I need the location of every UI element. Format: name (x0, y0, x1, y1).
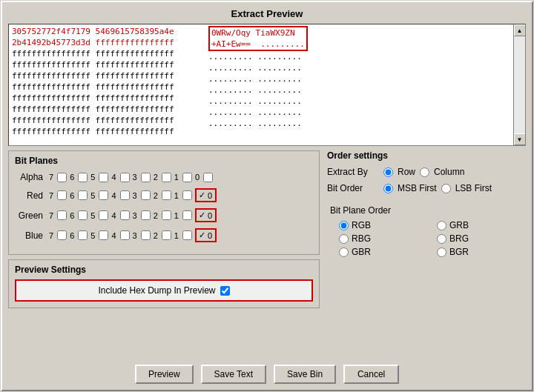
blue-5-label: 5 (90, 231, 95, 240)
red-row: Red 7 6 5 4 3 2 1 ✓ (15, 188, 313, 202)
red-4-label: 4 (111, 191, 116, 200)
text-line-6: ......... ......... (208, 96, 522, 107)
green-5-checkbox[interactable] (99, 210, 108, 220)
dialog-title: Extract Preview (8, 8, 526, 19)
rgb-label: RGB (352, 220, 371, 230)
alpha-row: Alpha 7 6 5 4 3 2 1 0 (15, 172, 313, 182)
red-label: Red (15, 190, 43, 201)
blue-4-checkbox[interactable] (120, 230, 130, 240)
include-hex-checkbox[interactable] (220, 286, 230, 296)
blue-6-checkbox[interactable] (78, 230, 88, 240)
bit-planes-title: Bit Planes (15, 156, 313, 166)
red-1-label: 1 (174, 191, 179, 200)
preview-text-panel: 0WRw/Oqy TiaWX9ZN +AI+Ew== ......... ...… (205, 24, 525, 145)
extract-by-column-label: Column (434, 167, 464, 177)
brg-option: BRG (437, 233, 526, 244)
green-7-label: 7 (49, 211, 53, 220)
red-2-checkbox[interactable] (162, 190, 171, 200)
red-3-checkbox[interactable] (141, 190, 151, 200)
msb-first-radio[interactable] (383, 184, 393, 193)
alpha-6-checkbox[interactable] (78, 173, 88, 182)
extract-by-column-radio[interactable] (420, 167, 429, 177)
green-0-num: 0 (208, 211, 212, 220)
hex-line-3: ffffffffffffffff ffffffffffffffff (12, 59, 202, 70)
green-label: Green (15, 210, 43, 221)
main-content: Bit Planes Alpha 7 6 5 4 3 2 (8, 150, 526, 354)
save-bin-button[interactable]: Save Bin (274, 365, 336, 384)
green-6-checkbox[interactable] (78, 210, 88, 220)
blue-1-label: 1 (174, 231, 179, 240)
green-4-checkbox[interactable] (120, 210, 130, 220)
bit-planes-group: Bit Planes Alpha 7 6 5 4 3 2 (8, 150, 320, 255)
blue-1-checkbox[interactable] (182, 230, 192, 240)
alpha-1-label: 1 (174, 173, 179, 182)
preview-hex-panel: 305752772f4f7179 5469615758395a4e 2b4149… (9, 24, 205, 145)
blue-label: Blue (15, 230, 43, 241)
green-7-checkbox[interactable] (57, 210, 67, 220)
alpha-7-checkbox[interactable] (57, 173, 67, 182)
text-line-0: 0WRw/Oqy TiaWX9ZN (210, 27, 306, 39)
alpha-5-checkbox[interactable] (99, 173, 108, 182)
red-2-label: 2 (154, 191, 158, 200)
rgb-radio[interactable] (339, 221, 349, 230)
alpha-0-checkbox[interactable] (203, 173, 213, 182)
red-0-label: ✓ (199, 190, 205, 200)
green-1-label: 1 (174, 211, 179, 220)
save-text-button[interactable]: Save Text (201, 365, 266, 384)
alpha-4-label: 4 (111, 173, 116, 182)
alpha-6-label: 6 (70, 173, 74, 182)
hex-line-6: ffffffffffffffff ffffffffffffffff (12, 93, 202, 104)
alpha-4-checkbox[interactable] (120, 173, 130, 182)
green-4-label: 4 (111, 211, 116, 220)
blue-3-label: 3 (133, 231, 137, 240)
gbr-option: GBR (339, 247, 428, 257)
extract-by-row-radio[interactable] (383, 167, 393, 177)
alpha-2-label: 2 (154, 173, 158, 182)
bgr-radio[interactable] (437, 248, 446, 257)
red-5-checkbox[interactable] (99, 190, 108, 200)
rbg-label: RBG (352, 233, 371, 244)
bgr-option: BGR (437, 247, 526, 257)
alpha-2-checkbox[interactable] (162, 173, 171, 182)
text-line-7: ......... ......... (208, 107, 522, 118)
grb-label: GRB (449, 220, 469, 230)
text-line-4: ......... ......... (208, 73, 522, 84)
green-2-checkbox[interactable] (162, 210, 171, 220)
scrollbar-track[interactable] (514, 36, 525, 133)
red-4-checkbox[interactable] (120, 190, 130, 200)
preview-button[interactable]: Preview (135, 365, 194, 384)
red-7-checkbox[interactable] (57, 190, 67, 200)
green-row: Green 7 6 5 4 3 2 1 ✓ (15, 208, 313, 222)
extract-by-label: Extract By (327, 167, 379, 177)
rbg-radio[interactable] (339, 234, 349, 244)
red-7-label: 7 (49, 191, 53, 200)
red-6-checkbox[interactable] (78, 190, 88, 200)
blue-7-checkbox[interactable] (57, 230, 67, 240)
alpha-1-checkbox[interactable] (182, 173, 192, 182)
hex-line-7: ffffffffffffffff ffffffffffffffff (12, 104, 202, 115)
grb-radio[interactable] (437, 221, 446, 230)
blue-4-label: 4 (111, 231, 116, 240)
red-1-checkbox[interactable] (182, 190, 192, 200)
lsb-first-radio[interactable] (441, 184, 451, 193)
green-1-checkbox[interactable] (182, 210, 192, 220)
hex-line-0: 305752772f4f7179 5469615758395a4e (12, 26, 202, 37)
blue-2-checkbox[interactable] (162, 230, 171, 240)
red-3-label: 3 (133, 191, 137, 200)
scrollbar-down-button[interactable]: ▼ (514, 133, 526, 145)
preview-area: 305752772f4f7179 5469615758395a4e 2b4149… (8, 24, 526, 146)
blue-5-checkbox[interactable] (99, 230, 108, 240)
bit-plane-order-title: Bit Plane Order (330, 205, 526, 216)
green-3-checkbox[interactable] (141, 210, 151, 220)
brg-label: BRG (449, 233, 469, 244)
cancel-button[interactable]: Cancel (343, 365, 399, 384)
order-settings-title: Order settings (327, 150, 526, 161)
alpha-3-checkbox[interactable] (141, 173, 151, 182)
scrollbar-up-button[interactable]: ▲ (514, 24, 526, 36)
brg-radio[interactable] (437, 234, 446, 244)
green-2-label: 2 (154, 211, 158, 220)
rbg-option: RBG (339, 233, 428, 244)
gbr-radio[interactable] (339, 248, 349, 257)
text-line-2: ......... ......... (208, 51, 522, 62)
blue-3-checkbox[interactable] (141, 230, 151, 240)
